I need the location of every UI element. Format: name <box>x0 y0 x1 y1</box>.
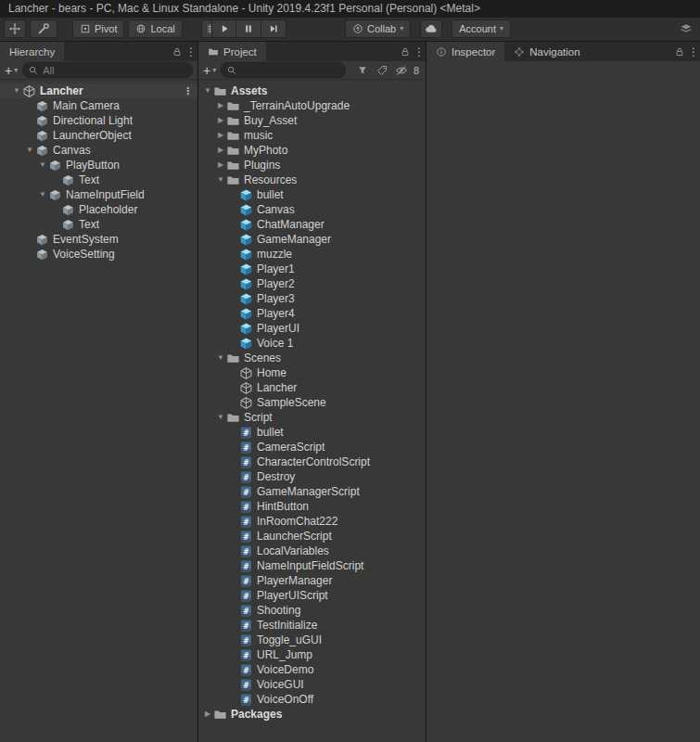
collapse-arrow-icon[interactable]: ▼ <box>215 173 226 187</box>
hierarchy-item[interactable]: Directional Light <box>0 113 197 128</box>
project-item[interactable]: bullet <box>198 187 426 202</box>
search-by-type-icon[interactable] <box>355 60 370 80</box>
hierarchy-item[interactable]: Text <box>0 217 197 232</box>
project-item[interactable]: Player4 <box>198 306 426 321</box>
hierarchy-item[interactable]: Main Camera <box>0 98 197 113</box>
project-item[interactable]: #InRoomChat222 <box>198 514 426 529</box>
collapse-arrow-icon[interactable]: ▼ <box>215 410 226 425</box>
project-item[interactable]: Voice 1 <box>198 336 426 351</box>
project-item[interactable]: #bullet <box>198 425 426 440</box>
project-item[interactable]: SampleScene <box>198 395 426 410</box>
expand-arrow-icon[interactable]: ▶ <box>215 113 226 128</box>
project-item[interactable]: ▶Plugins <box>198 158 426 173</box>
pivot-toggle-button[interactable]: Pivot <box>72 19 124 38</box>
project-item[interactable]: ▶_TerrainAutoUpgrade <box>198 98 426 113</box>
step-button[interactable] <box>261 19 286 38</box>
move-tool-button[interactable] <box>4 19 26 38</box>
cloud-services-button[interactable] <box>420 19 442 38</box>
scene-options-menu-icon[interactable]: ⋮ <box>183 83 193 98</box>
chevron-down-icon: ▾ <box>500 25 503 32</box>
project-item[interactable]: ▶Packages <box>198 707 426 722</box>
project-item[interactable]: #VoiceGUI <box>198 677 426 692</box>
layers-button[interactable] <box>675 19 697 38</box>
project-item[interactable]: #LauncherScript <box>198 529 426 544</box>
project-item[interactable]: ▶Buy_Asset <box>198 113 426 128</box>
project-item[interactable]: #NameInputFieldScript <box>198 558 426 573</box>
hierarchy-item[interactable]: ▼NameInputField <box>0 187 197 202</box>
project-item[interactable]: #VoiceDemo <box>198 662 426 677</box>
hierarchy-item[interactable]: Text <box>0 173 197 187</box>
search-by-label-icon[interactable] <box>375 60 389 80</box>
project-item[interactable]: #CharacterControlScript <box>198 454 426 469</box>
project-item[interactable]: #Destroy <box>198 469 426 484</box>
hierarchy-item[interactable]: ▼Lancher⋮ <box>0 83 197 98</box>
expand-arrow-icon[interactable]: ▶ <box>202 707 213 722</box>
project-item[interactable]: #CameraScript <box>198 440 426 454</box>
tab-project[interactable]: Project <box>198 42 266 61</box>
panel-menu-icon[interactable]: ⋮ <box>185 42 197 61</box>
expand-arrow-icon[interactable]: ▶ <box>215 128 226 143</box>
lock-icon[interactable] <box>397 42 413 61</box>
project-item[interactable]: ▼Scenes <box>198 351 426 365</box>
project-item[interactable]: ▶music <box>198 128 426 143</box>
create-add-button[interactable]: +▾ <box>5 64 18 77</box>
tab-inspector[interactable]: Inspector <box>426 42 504 61</box>
project-item[interactable]: #URL_Jump <box>198 647 426 662</box>
panel-menu-icon[interactable]: ⋮ <box>687 42 700 61</box>
hierarchy-search-input[interactable]: All <box>22 62 193 78</box>
collapse-arrow-icon[interactable]: ▼ <box>24 143 35 158</box>
project-item[interactable]: PlayerUI <box>198 321 426 336</box>
expand-arrow-icon[interactable]: ▶ <box>215 143 226 158</box>
project-item[interactable]: #Toggle_uGUI <box>198 633 426 647</box>
project-item[interactable]: muzzle <box>198 247 426 262</box>
project-search-input[interactable] <box>221 62 346 78</box>
hierarchy-item[interactable]: ▼Canvas <box>0 143 197 158</box>
project-item[interactable]: #TestInitialize <box>198 618 426 633</box>
account-button[interactable]: Account▾ <box>452 19 511 38</box>
pause-button[interactable] <box>236 19 261 38</box>
play-button[interactable] <box>211 19 236 38</box>
project-item[interactable]: ▼Assets <box>198 83 426 98</box>
collapse-arrow-icon[interactable]: ▼ <box>11 83 22 98</box>
script-icon: # <box>239 470 253 484</box>
lock-icon[interactable] <box>169 42 185 61</box>
project-item[interactable]: #PlayerManager <box>198 573 426 588</box>
project-item[interactable]: GameManager <box>198 232 426 247</box>
lock-icon[interactable] <box>671 42 687 61</box>
project-item[interactable]: #PlayerUIScript <box>198 588 426 603</box>
collapse-arrow-icon[interactable]: ▼ <box>215 351 226 365</box>
project-item[interactable]: Lancher <box>198 380 426 395</box>
project-item[interactable]: ▼Script <box>198 410 426 425</box>
project-item[interactable]: Canvas <box>198 202 426 217</box>
project-item[interactable]: #GameManagerScript <box>198 484 426 499</box>
project-item[interactable]: ▼Resources <box>198 173 426 187</box>
expand-arrow-icon[interactable]: ▶ <box>215 158 226 173</box>
collapse-arrow-icon[interactable]: ▼ <box>37 187 48 202</box>
hidden-packages-icon[interactable] <box>394 60 409 80</box>
expand-arrow-icon[interactable]: ▶ <box>215 98 226 113</box>
project-item[interactable]: #HintButton <box>198 499 426 514</box>
project-item[interactable]: #VoiceOnOff <box>198 692 426 707</box>
tab-navigation[interactable]: Navigation <box>504 42 589 61</box>
project-item[interactable]: ▶MyPhoto <box>198 143 426 158</box>
hierarchy-item[interactable]: EventSystem <box>0 232 197 247</box>
tab-hierarchy[interactable]: Hierarchy <box>0 42 64 61</box>
project-item[interactable]: Player1 <box>198 262 426 276</box>
project-item[interactable]: Home <box>198 365 426 380</box>
hierarchy-item[interactable]: VoiceSetting <box>0 247 197 262</box>
hierarchy-item[interactable]: LauncherObject <box>0 128 197 143</box>
create-add-button[interactable]: +▾ <box>203 64 216 77</box>
custom-tools-button[interactable] <box>30 19 57 38</box>
project-item[interactable]: Player3 <box>198 291 426 306</box>
panel-menu-icon[interactable]: ⋮ <box>413 42 426 61</box>
collab-button[interactable]: Collab▾ <box>345 19 411 38</box>
project-item[interactable]: #LocalVariables <box>198 544 426 558</box>
local-toggle-button[interactable]: Local <box>128 19 182 38</box>
collapse-arrow-icon[interactable]: ▼ <box>202 83 213 98</box>
project-item[interactable]: Player2 <box>198 276 426 291</box>
hierarchy-item[interactable]: Placeholder <box>0 202 197 217</box>
collapse-arrow-icon[interactable]: ▼ <box>37 158 48 173</box>
project-item[interactable]: ChatManager <box>198 217 426 232</box>
hierarchy-item[interactable]: ▼PlayButton <box>0 158 197 173</box>
project-item[interactable]: #Shooting <box>198 603 426 618</box>
